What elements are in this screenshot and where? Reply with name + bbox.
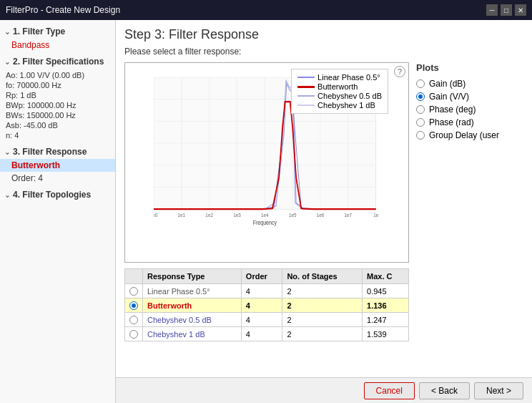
col-radio — [125, 269, 143, 284]
spec-n: n: 4 — [6, 130, 109, 140]
filter-type-value: Bandpass — [0, 39, 115, 52]
filter-specs-label: 2. Filter Specifications — [13, 57, 104, 67]
chevron-icon: ⌄ — [4, 28, 10, 36]
maxc-cheby05: 1.247 — [363, 313, 409, 327]
bottom-bar: Cancel < Back Next > — [116, 377, 532, 403]
svg-text:Gain (V/V): Gain (V/V) — [135, 128, 141, 157]
radio-cell-cheby05[interactable] — [125, 313, 143, 327]
stages-butterworth: 2 — [282, 298, 363, 313]
filter-response-header[interactable]: ⌄ 3. Filter Response — [0, 145, 115, 159]
chevron-icon-2: ⌄ — [4, 58, 10, 66]
order-linear: 4 — [241, 284, 282, 298]
legend-label-butterworth: Butterworth — [317, 82, 358, 91]
stages-cheby05: 2 — [282, 313, 363, 327]
svg-text:1e3: 1e3 — [233, 212, 241, 218]
sidebar-section-filter-type: ⌄ 1. Filter Type Bandpass — [0, 24, 115, 52]
svg-text:1e5: 1e5 — [289, 212, 297, 218]
type-cheby1: Chebyshev 1 dB — [143, 327, 242, 341]
titlebar-controls: ─ □ ✕ — [486, 4, 526, 16]
sidebar: ⌄ 1. Filter Type Bandpass ⌄ 2. Filter Sp… — [0, 20, 116, 403]
svg-text:0.2: 0.2 — [145, 185, 152, 191]
plot-label-group-delay: Group Delay (user — [429, 130, 499, 140]
legend-label-cheby05: Chebyshev 0.5 dB — [317, 92, 382, 100]
table-row: Butterworth 4 2 1.136 — [125, 298, 409, 313]
spec-ao: Ao: 1.00 V/V (0.00 dB) — [6, 70, 109, 80]
filter-type-header[interactable]: ⌄ 1. Filter Type — [0, 24, 115, 39]
titlebar-title: FilterPro - Create New Design — [6, 5, 120, 15]
legend-cheby05: Chebyshev 0.5 dB — [297, 92, 382, 100]
table-row: Chebyshev 1 dB 4 2 1.539 — [125, 327, 409, 341]
spec-bwp: BWp: 100000.00 Hz — [6, 100, 109, 110]
next-button[interactable]: Next > — [474, 382, 523, 399]
plot-label-gain-db: Gain (dB) — [429, 79, 466, 89]
legend-line-linear — [297, 77, 315, 78]
filter-topologies-label: 4. Filter Topologies — [13, 190, 91, 200]
table-header-row: Response Type Order No. of Stages Max. C — [125, 269, 409, 284]
svg-text:1e6: 1e6 — [317, 212, 325, 218]
legend-line-butterworth — [297, 86, 315, 88]
radio-gain-vv[interactable] — [416, 92, 425, 101]
chart-legend: Linear Phase 0.5° Butterworth Chebyshev … — [291, 69, 388, 114]
chart-wrapper: ? Linear Phase 0.5° Butterworth — [124, 62, 409, 263]
plot-label-phase-rad: Phase (rad) — [429, 117, 474, 127]
svg-text:1e7: 1e7 — [345, 212, 353, 218]
filter-response-value: Butterworth — [0, 159, 115, 172]
svg-text:1e1: 1e1 — [178, 212, 186, 218]
radio-cell-linear[interactable] — [125, 284, 143, 298]
close-button[interactable]: ✕ — [515, 4, 526, 16]
radio-phase-rad[interactable] — [416, 118, 425, 127]
spec-bws: BWs: 150000.00 Hz — [6, 110, 109, 120]
plot-option-gain-db[interactable]: Gain (dB) — [416, 79, 523, 89]
step-title: Step 3: Filter Response — [124, 27, 523, 42]
minimize-button[interactable]: ─ — [486, 4, 498, 16]
content-area: Step 3: Filter Response Please select a … — [116, 20, 532, 403]
plots-title: Plots — [416, 62, 523, 73]
svg-text:1e4: 1e4 — [261, 212, 269, 218]
radio-phase-deg[interactable] — [416, 105, 425, 114]
col-response-type: Response Type — [143, 269, 242, 284]
svg-text:1e2: 1e2 — [205, 212, 213, 218]
filter-specs-header[interactable]: ⌄ 2. Filter Specifications — [0, 54, 115, 69]
filter-topologies-header[interactable]: ⌄ 4. Filter Topologies — [0, 188, 115, 202]
svg-text:1.2: 1.2 — [145, 75, 152, 82]
maxc-linear: 0.945 — [363, 284, 409, 298]
radio-cell-cheby1[interactable] — [125, 327, 143, 341]
filter-order: Order: 4 — [0, 172, 115, 185]
table-row: Linear Phase 0.5° 4 2 0.945 — [125, 284, 409, 298]
radio-gain-db[interactable] — [416, 79, 425, 88]
radio-cheby1[interactable] — [129, 330, 138, 339]
chevron-icon-4: ⌄ — [4, 191, 10, 199]
plot-option-group-delay[interactable]: Group Delay (user — [416, 130, 523, 140]
radio-cheby05[interactable] — [129, 316, 138, 324]
order-cheby1: 4 — [241, 327, 282, 341]
sidebar-section-filter-specs: ⌄ 2. Filter Specifications Ao: 1.00 V/V … — [0, 54, 115, 142]
legend-line-cheby1 — [297, 105, 315, 106]
radio-butterworth[interactable] — [129, 301, 138, 310]
table-row: Chebyshev 0.5 dB 4 2 1.247 — [125, 313, 409, 327]
chevron-icon-3: ⌄ — [4, 148, 10, 156]
step-subtitle: Please select a filter response: — [124, 47, 523, 57]
main-container: ⌄ 1. Filter Type Bandpass ⌄ 2. Filter Sp… — [0, 20, 532, 403]
plot-option-phase-deg[interactable]: Phase (deg) — [416, 105, 523, 115]
svg-text:0.4: 0.4 — [145, 163, 152, 170]
plot-option-phase-rad[interactable]: Phase (rad) — [416, 117, 523, 127]
radio-group-delay[interactable] — [416, 131, 425, 140]
col-order: Order — [241, 269, 282, 284]
legend-label-cheby1: Chebyshev 1 dB — [317, 101, 375, 110]
sidebar-section-filter-response: ⌄ 3. Filter Response Butterworth Order: … — [0, 145, 115, 185]
radio-linear[interactable] — [129, 287, 138, 296]
radio-cell-butterworth[interactable] — [125, 298, 143, 313]
legend-butterworth: Butterworth — [297, 82, 382, 91]
maximize-button[interactable]: □ — [501, 4, 512, 16]
cancel-button[interactable]: Cancel — [364, 382, 415, 399]
back-button[interactable]: < Back — [419, 382, 470, 399]
svg-text:0.6: 0.6 — [145, 141, 152, 147]
help-button[interactable]: ? — [394, 66, 405, 77]
col-maxc: Max. C — [363, 269, 409, 284]
plot-option-gain-vv[interactable]: Gain (V/V) — [416, 92, 523, 102]
titlebar: FilterPro - Create New Design ─ □ ✕ — [0, 0, 532, 20]
maxc-cheby1: 1.539 — [363, 327, 409, 341]
plot-label-phase-deg: Phase (deg) — [429, 105, 476, 115]
filter-type-label: 1. Filter Type — [13, 26, 65, 37]
svg-text:Frequency: Frequency — [253, 219, 277, 226]
